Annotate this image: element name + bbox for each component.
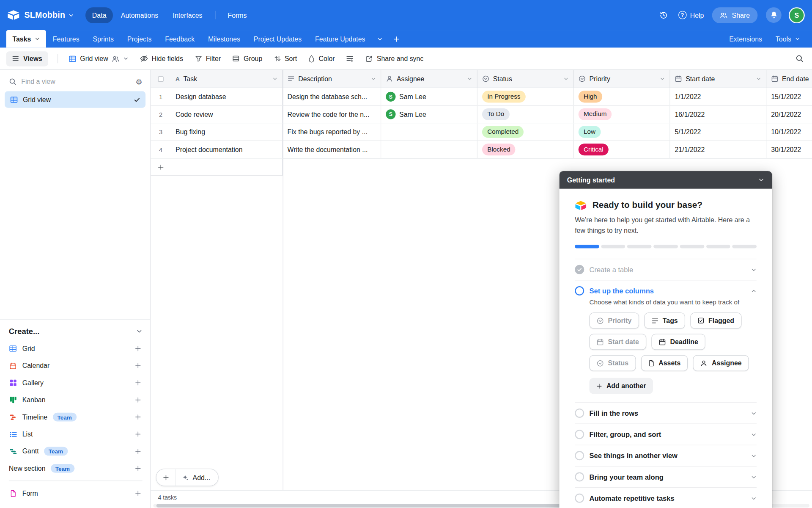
add-with-ai-button[interactable]: Add... [176,469,218,486]
history-button[interactable] [657,8,670,22]
description-cell[interactable]: Design the database sch... [283,88,381,105]
nav-interfaces[interactable]: Interfaces [166,7,209,23]
add-timeline-view-button[interactable] [134,413,143,422]
create-item-gantt[interactable]: Gantt Team [9,443,143,460]
horizontal-scrollbar-thumb[interactable] [156,504,560,508]
step-row[interactable]: Fill in the rows [575,403,757,424]
column-header-assignee[interactable]: Assignee [381,70,477,88]
create-item-form[interactable]: Form [9,485,143,502]
end-date-cell[interactable]: 20/1/2022 [766,106,812,123]
create-item-list[interactable]: List [9,425,143,442]
add-table-button[interactable] [388,30,405,48]
chevron-down-icon[interactable] [751,453,757,458]
chevron-down-icon[interactable] [751,411,757,416]
add-record-row[interactable] [151,159,283,176]
chevron-down-icon[interactable] [758,177,765,183]
tab-sprints[interactable]: Sprints [86,30,121,48]
nav-forms[interactable]: Forms [221,7,254,23]
chevron-down-icon[interactable] [751,474,757,480]
assignee-cell[interactable] [381,141,477,158]
views-button[interactable]: Views [6,51,48,66]
step-row[interactable]: Automate repetitive tasks [575,488,757,508]
field-tags-button[interactable]: Tags [644,313,685,329]
create-item-timeline[interactable]: Timeline Team [9,409,143,425]
step-row[interactable]: Set up the columns [575,281,757,301]
start-date-cell[interactable]: 21/1/2022 [670,141,766,158]
task-cell[interactable]: Design database [171,88,283,105]
task-cell[interactable]: Bug fixing [171,123,283,140]
end-date-cell[interactable]: 10/1/2022 [766,123,812,140]
tab-features[interactable]: Features [46,30,86,48]
add-record-button[interactable] [156,469,176,486]
find-view-input[interactable] [21,78,131,86]
add-gantt-view-button[interactable] [134,447,143,456]
task-cell[interactable]: Project documentation [171,141,283,158]
chevron-down-icon[interactable] [467,76,472,81]
color-button[interactable]: Color [307,52,336,64]
chevron-down-icon[interactable] [751,432,757,437]
tab-feature-updates[interactable]: Feature Updates [308,30,372,48]
chevron-down-icon[interactable] [272,76,277,81]
step-row[interactable]: See things in another view [575,445,757,466]
field-status-button[interactable]: Status [589,355,636,371]
add-kanban-view-button[interactable] [134,395,143,404]
sidebar-view-grid-view[interactable]: Grid view [5,91,145,108]
hide-fields-button[interactable]: Hide fields [139,52,184,64]
filter-button[interactable]: Filter [193,52,222,64]
field-flagged-button[interactable]: Flagged [690,313,741,329]
row-number[interactable]: 1 [151,88,171,105]
step-row[interactable]: Filter, group, and sort [575,424,757,445]
assignee-cell[interactable]: S Sam Lee [381,106,477,123]
start-date-cell[interactable]: 1/1/2022 [670,88,766,105]
notifications-button[interactable] [766,7,782,23]
tab-tasks[interactable]: Tasks [6,30,46,48]
tab-projects[interactable]: Projects [121,30,158,48]
add-grid-view-button[interactable] [134,344,143,353]
status-cell[interactable]: To Do [477,106,574,123]
priority-cell[interactable]: High [574,88,670,105]
base-chevron-icon[interactable] [69,12,74,18]
field-start-date-button[interactable]: Start date [589,334,646,350]
app-logo-icon[interactable] [7,10,19,20]
create-item-calendar[interactable]: Calendar [9,357,143,374]
end-date-cell[interactable]: 30/1/2022 [766,141,812,158]
create-item-grid[interactable]: Grid [9,340,143,357]
priority-cell[interactable]: Low [574,123,670,140]
column-header-start-date[interactable]: Start date [670,70,766,88]
column-header-end-date[interactable]: End date [766,70,812,88]
add-gallery-view-button[interactable] [134,378,143,387]
share-and-sync-button[interactable]: Share and sync [364,52,424,64]
column-header-status[interactable]: Status [477,70,574,88]
row-number[interactable]: 4 [151,141,171,158]
column-header-task[interactable]: Task [171,70,283,88]
tools-tab[interactable]: Tools [769,35,807,43]
chevron-down-icon[interactable] [751,267,757,272]
column-header-priority[interactable]: Priority [574,70,670,88]
step-row[interactable]: Create a table [575,260,757,280]
status-cell[interactable]: Completed [477,123,574,140]
tab-project-updates[interactable]: Project Updates [247,30,308,48]
chevron-down-icon[interactable] [751,495,757,501]
create-item-kanban[interactable]: Kanban [9,391,143,408]
task-cell[interactable]: Code review [171,106,283,123]
end-date-cell[interactable]: 15/1/2022 [766,88,812,105]
step-row[interactable]: Bring your team along [575,467,757,487]
nav-data[interactable]: Data [85,7,113,23]
getting-started-header[interactable]: Getting started [559,171,772,189]
extensions-tab[interactable]: Extensions [722,35,769,43]
grid-view-button[interactable]: Grid view [67,52,129,64]
sort-button[interactable]: Sort [273,52,298,64]
column-header-description[interactable]: Description [283,70,381,88]
row-number[interactable]: 3 [151,123,171,140]
status-cell[interactable]: In Progress [477,88,574,105]
add-new-section-button[interactable] [134,464,143,473]
chevron-down-icon[interactable] [563,76,568,81]
priority-cell[interactable]: Medium [574,106,670,123]
start-date-cell[interactable]: 16/1/2022 [670,106,766,123]
help-button[interactable]: ? Help [678,11,704,19]
chevron-down-icon[interactable] [660,76,665,81]
tab-milestones[interactable]: Milestones [201,30,247,48]
row-height-button[interactable] [345,53,355,64]
priority-cell[interactable]: Critical [574,141,670,158]
tab-feedback[interactable]: Feedback [158,30,201,48]
